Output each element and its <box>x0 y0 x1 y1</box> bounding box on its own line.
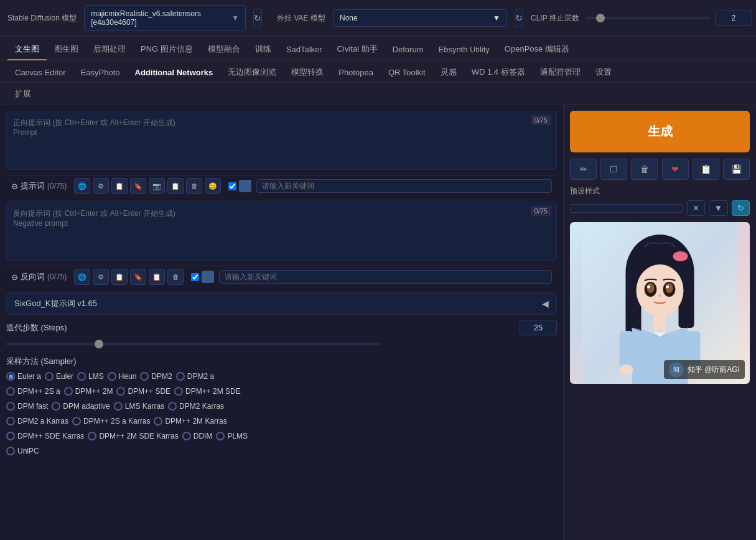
svg-rect-14 <box>654 314 666 330</box>
neg-bookmark-button[interactable]: 🔖 <box>130 269 146 285</box>
copy-button[interactable]: 📋 <box>693 159 719 180</box>
script-selector[interactable]: SixGod_K提示词 v1.65 ◀ <box>6 292 557 315</box>
sampler-lms-karras[interactable]: LMS Karras <box>114 402 164 411</box>
sampler-dpm2[interactable]: DPM2 <box>140 372 172 381</box>
tab-txt2img[interactable]: 文生图 <box>7 39 47 60</box>
action-buttons: ✏ ☐ 🗑 ❤ 📋 💾 <box>570 159 750 180</box>
tab-model-convert[interactable]: 模型转换 <box>284 63 331 82</box>
prompt-copy-button[interactable]: 📋 <box>167 178 184 194</box>
vae-refresh-button[interactable]: ↻ <box>515 9 523 27</box>
generate-button[interactable]: 生成 <box>570 111 750 152</box>
neg-settings-button[interactable]: ⚙ <box>93 269 109 285</box>
neg-clipboard-button[interactable]: 📋 <box>111 269 128 285</box>
tab-postprocess[interactable]: 后期处理 <box>86 39 133 60</box>
preset-refresh-button[interactable]: ↻ <box>732 200 750 216</box>
sampler-dpmpp2m-sde-karras[interactable]: DPM++ 2M SDE Karras <box>88 432 178 440</box>
tab-wd-tagger[interactable]: WD 1.4 标签器 <box>464 63 533 82</box>
sampler-dpm2-karras[interactable]: DPM2 Karras <box>168 402 224 411</box>
prompt-keyword-input[interactable] <box>256 179 552 193</box>
sampler-dpmpp2m-sde[interactable]: DPM++ 2M SDE <box>174 387 241 396</box>
prompt-bookmark-button[interactable]: 🔖 <box>130 178 146 194</box>
tab-deforum[interactable]: Deforum <box>385 40 431 60</box>
sampler-dpmpp2m-karras[interactable]: DPM++ 2M Karras <box>154 417 226 426</box>
sampler-dpm-adaptive[interactable]: DPM adaptive <box>52 402 110 411</box>
tab-infinite-browser[interactable]: 无边图像浏览 <box>220 63 284 82</box>
sd-model-arrow: ▼ <box>231 14 239 22</box>
vae-arrow: ▼ <box>493 14 500 22</box>
tab-settings[interactable]: 设置 <box>588 63 619 82</box>
sd-model-section: Stable Diffusion 模型 <box>7 13 77 24</box>
sampler-dpm2a-karras[interactable]: DPM2 a Karras <box>6 417 68 426</box>
sampler-dpmpp2s-a[interactable]: DPM++ 2S a <box>6 387 60 396</box>
tab-easyphoto[interactable]: EasyPhoto <box>73 65 128 81</box>
sd-model-label: Stable Diffusion 模型 <box>7 13 77 24</box>
aspect-button[interactable]: ☐ <box>600 159 627 180</box>
neg-checkbox[interactable] <box>191 273 199 281</box>
tab-img2img[interactable]: 图生图 <box>47 39 86 60</box>
negative-expand-icon: ⊖ <box>11 272 18 282</box>
tab-ebsynth[interactable]: Ebsynth Utility <box>431 40 497 60</box>
preset-clear-button[interactable]: ✕ <box>687 200 705 216</box>
neg-keyword-input[interactable] <box>219 270 552 284</box>
tab-canvas-editor[interactable]: Canvas Editor <box>7 65 73 81</box>
favorite-button[interactable]: ❤ <box>662 159 689 180</box>
sampler-euler-a[interactable]: Euler a <box>6 372 41 381</box>
left-panel: 0/75 ⊖ 提示词 (0/75) 🌐 ⚙ 📋 🔖 📷 📋 🗑 😊 <box>0 105 563 540</box>
sampler-dpmpp2s-a-karras[interactable]: DPM++ 2S a Karras <box>72 417 150 426</box>
steps-row: 迭代步数 (Steps) 25 <box>6 320 557 335</box>
tab-additional-networks[interactable]: Additional Networks <box>128 65 221 81</box>
prompt-settings-button[interactable]: ⚙ <box>93 178 109 194</box>
sampler-dpmppsde[interactable]: DPM++ SDE <box>116 387 170 396</box>
negative-prompt-textarea[interactable] <box>7 202 556 258</box>
save-button[interactable]: 💾 <box>723 159 750 180</box>
steps-slider[interactable] <box>6 343 380 345</box>
preset-select-row: ✕ ▼ ↻ <box>570 200 750 216</box>
clip-slider[interactable] <box>586 17 710 19</box>
avatar-icon: 知 <box>669 362 684 377</box>
clip-value: 2 <box>715 11 752 26</box>
sampler-heun[interactable]: Heun <box>108 372 137 381</box>
neg-copy-button[interactable]: 📋 <box>149 269 165 285</box>
positive-prompt-textarea[interactable] <box>7 111 556 167</box>
prompt-checkbox[interactable] <box>228 182 236 190</box>
tab-openpose[interactable]: OpenPose 编辑器 <box>497 39 577 60</box>
sampler-grid-6: UniPC <box>6 447 557 455</box>
prompt-globe-button[interactable]: 🌐 <box>74 178 90 194</box>
prompt-emoji-button[interactable]: 😊 <box>205 178 221 194</box>
sampler-dpm2-a[interactable]: DPM2 a <box>176 372 214 381</box>
top-bar: Stable Diffusion 模型 majicmixRealistic_v6… <box>0 0 756 37</box>
tab-sadtalker[interactable]: SadTalker <box>279 40 330 60</box>
tab-train[interactable]: 训练 <box>248 39 279 60</box>
sampler-ddim[interactable]: DDIM <box>182 432 213 440</box>
edit-button[interactable]: ✏ <box>570 159 597 180</box>
prompt-trash-button[interactable]: 🗑 <box>186 178 202 194</box>
tab-qr-toolkit[interactable]: QR Toolkit <box>381 65 433 81</box>
sampler-plms[interactable]: PLMS <box>216 432 248 440</box>
sampler-dpmpp2m[interactable]: DPM++ 2M <box>64 387 113 396</box>
tab-wildcard[interactable]: 通配符管理 <box>533 63 588 82</box>
neg-trash-button[interactable]: 🗑 <box>167 269 184 285</box>
preset-select-display[interactable] <box>570 204 683 213</box>
tab-model-merge[interactable]: 模型融合 <box>200 39 248 60</box>
prompt-camera-button[interactable]: 📷 <box>149 178 165 194</box>
neg-globe-button[interactable]: 🌐 <box>74 269 90 285</box>
sampler-dpmppsde-karras[interactable]: DPM++ SDE Karras <box>6 432 84 440</box>
sampler-dpm-fast[interactable]: DPM fast <box>6 402 48 411</box>
prompt-clipboard-button[interactable]: 📋 <box>111 178 128 194</box>
positive-toolbar: ⊖ 提示词 (0/75) 🌐 ⚙ 📋 🔖 📷 📋 🗑 😊 <box>6 175 557 197</box>
sd-model-select[interactable]: majicmixRealistic_v6.safetensors [e4a30e… <box>84 5 246 31</box>
negative-counter: 0/75 <box>531 206 551 216</box>
vae-select[interactable]: None ▼ <box>333 9 507 27</box>
sd-model-refresh-button[interactable]: ↻ <box>253 9 262 27</box>
sampler-euler[interactable]: Euler <box>45 372 73 381</box>
delete-button[interactable]: 🗑 <box>631 159 658 180</box>
tab-photopea[interactable]: Photopea <box>331 65 381 81</box>
preset-dropdown-button[interactable]: ▼ <box>709 200 728 216</box>
negative-label: ⊖ 反向词 (0/75) <box>11 271 67 282</box>
tab-inspiration[interactable]: 灵感 <box>433 63 464 82</box>
tab-png-info[interactable]: PNG 图片信息 <box>133 39 200 60</box>
sampler-unipc[interactable]: UniPC <box>6 447 39 455</box>
tab-extensions[interactable]: 扩展 <box>7 85 39 104</box>
tab-civitai[interactable]: Civitai 助手 <box>330 39 385 60</box>
sampler-lms[interactable]: LMS <box>77 372 104 381</box>
